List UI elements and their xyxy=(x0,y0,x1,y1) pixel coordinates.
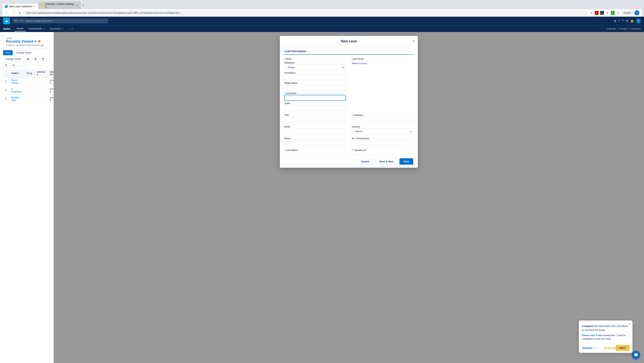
lead-owner-label: Lead Owner xyxy=(352,58,413,60)
tab-sf-close[interactable]: × xyxy=(34,5,36,8)
col-owner[interactable]: OWNER ALIAS ▾ xyxy=(47,70,54,78)
sf-sidebar: Leads Recently Viewed ▾ 📌 3 items • Upda… xyxy=(0,32,54,363)
row-status-2 xyxy=(35,86,47,95)
list-view-icon-btn[interactable]: ⊞ xyxy=(25,56,31,62)
bookmark-icon[interactable]: ★ xyxy=(590,11,593,15)
second-form-grid: Title Company Email xyxy=(284,114,413,151)
guide-popup-close-button[interactable]: × xyxy=(629,322,630,326)
list-view-dropdown-icon[interactable]: ▾ xyxy=(34,39,36,44)
refresh-icon-btn[interactable]: ↻ xyxy=(3,63,10,68)
title-label: Title xyxy=(284,114,346,116)
title-input[interactable] xyxy=(284,117,346,122)
paused-button[interactable]: Paused xyxy=(622,11,633,15)
new-tab-button[interactable]: + xyxy=(81,4,86,8)
company-input[interactable] xyxy=(352,117,413,122)
middle-name-input[interactable] xyxy=(284,85,346,90)
setup-icon[interactable]: ⚙ xyxy=(626,19,628,23)
add-icon[interactable]: + xyxy=(618,19,620,22)
owner-dropdown-2[interactable]: ▾ xyxy=(50,90,51,93)
search-input[interactable] xyxy=(26,20,106,22)
tab-lemon-close[interactable]: × xyxy=(76,4,78,7)
guide-popup: × Complete the information then click Ne… xyxy=(579,320,632,353)
pin-icon[interactable]: 📌 xyxy=(38,40,41,43)
lead-owner-section: Lead Owner Pierre Leroux xyxy=(352,58,413,111)
col-status[interactable]: STATUS ▾ xyxy=(35,70,47,78)
last-name-input[interactable] xyxy=(284,95,346,100)
user-avatar[interactable]: A xyxy=(634,10,640,15)
suffix-input[interactable] xyxy=(284,105,346,111)
row-name-3[interactable]: kkuterts ;kjhy xyxy=(9,95,24,103)
favorites-icon[interactable]: ★ xyxy=(614,19,616,23)
row-title-2 xyxy=(24,86,35,95)
filter-icon-btn[interactable]: ⚙ xyxy=(40,56,46,62)
row-name-1[interactable]: Pierre Leroux xyxy=(9,78,24,86)
chatbot-fab[interactable]: 💬 xyxy=(632,351,640,359)
guide-progress-bar xyxy=(582,348,592,348)
user-avatar-sf[interactable]: A xyxy=(636,18,641,24)
browser-tab-sf[interactable]: New Lead | Salesforce × xyxy=(2,4,38,9)
lead-link-2[interactable]: A Supprimer xyxy=(11,88,22,93)
forward-button[interactable]: → xyxy=(11,11,16,15)
url-bar[interactable]: https://eu14.lightning.force.com/lightni… xyxy=(24,10,588,15)
cancel-button[interactable]: Cancel xyxy=(357,158,373,165)
first-name-input[interactable] xyxy=(284,75,346,80)
nav-calendar[interactable]: Calendar ▾ xyxy=(606,28,618,30)
suffix-label: Suffix xyxy=(284,102,346,104)
modal-close-button[interactable]: × xyxy=(412,39,415,43)
email-input[interactable] xyxy=(284,128,346,134)
ext-4[interactable]: S xyxy=(611,11,615,15)
ext-2[interactable]: L xyxy=(600,11,604,15)
list-actions: New Change Status Change Owner ⊞ ☰ ⚙ ↻ ✏… xyxy=(3,49,50,70)
name-section-label: Name xyxy=(284,58,346,60)
tab-sf-label: New Lead | Salesforce xyxy=(9,5,32,8)
ext-1[interactable]: ● xyxy=(595,11,598,15)
change-owner-btn[interactable]: Change Owner xyxy=(3,56,24,62)
change-status-btn[interactable]: Change Status xyxy=(14,50,34,55)
accounts-arrow: ▾ xyxy=(62,28,63,30)
guide-footer: ℓemon NEXT xyxy=(579,343,632,353)
guide-next-button[interactable]: NEXT xyxy=(616,345,630,351)
browser-tab-lemon[interactable]: Overview - Lemon Learning A... × xyxy=(38,2,81,9)
industry-label: Industry xyxy=(352,126,413,128)
edit-icon-btn[interactable]: ✏ xyxy=(10,63,17,68)
notifications-icon[interactable]: 🔔 xyxy=(630,19,634,23)
sf-search-inner[interactable]: All ▾ 🔍 xyxy=(12,18,108,24)
guide-note-label: Please note: xyxy=(582,334,596,337)
row-name-2[interactable]: A Supprimer xyxy=(9,86,24,95)
row-status-1 xyxy=(35,78,47,86)
table-row: 3 kkuterts ;kjhy p.leroux ▾ xyxy=(3,95,54,103)
phone-input[interactable] xyxy=(284,140,346,146)
nav-forecasts[interactable]: Forecasts xyxy=(631,28,641,30)
back-button[interactable]: ← xyxy=(4,11,10,15)
salutation-label: Salutation xyxy=(284,62,346,64)
col-title[interactable]: TITLE xyxy=(24,70,35,78)
table-view-icon-btn[interactable]: ☰ xyxy=(32,56,39,62)
nav-people[interactable]: People ▾ xyxy=(620,28,630,30)
added-by-label: * Ajoutée par xyxy=(352,149,413,151)
ext-5[interactable]: 🔍 xyxy=(616,11,620,15)
owner-dropdown-3[interactable]: ▾ xyxy=(50,99,51,102)
help-icon[interactable]: ? xyxy=(622,19,624,22)
guide-next-word: Next xyxy=(622,325,628,328)
added-by-group: * Ajoutée par xyxy=(352,149,413,151)
save-button[interactable]: Save xyxy=(400,158,413,165)
salutation-select[interactable]: --None-- Mr. Ms. Mrs. Dr. Prof. xyxy=(284,64,346,70)
breadcrumb: Leads xyxy=(6,37,44,39)
new-btn[interactable]: New xyxy=(3,50,13,55)
lead-link-3[interactable]: kkuterts ;kjhy xyxy=(11,96,19,102)
nav-item-dashboards[interactable]: Dashboards ▾ xyxy=(26,26,47,31)
nav-item-home[interactable]: Home xyxy=(14,26,26,32)
reload-button[interactable]: ↻ xyxy=(18,11,22,15)
more-icon-btn[interactable]: … xyxy=(18,63,25,68)
employees-input[interactable] xyxy=(352,140,413,146)
industry-select[interactable]: --None-- Technology Finance Healthcare O… xyxy=(352,128,413,134)
ext-3[interactable]: ⚙ xyxy=(606,11,609,15)
lead-owner-group: Lead Owner Pierre Leroux xyxy=(352,58,413,66)
sf-favicon xyxy=(5,5,8,8)
save-new-button[interactable]: Save & New xyxy=(375,158,398,165)
col-name[interactable]: NAME ▾ xyxy=(9,70,24,78)
lead-link-1[interactable]: Pierre Leroux xyxy=(11,79,18,84)
nav-item-accounts[interactable]: Accounts ▾ xyxy=(48,26,65,31)
owner-dropdown-1[interactable]: ▾ xyxy=(50,82,51,84)
nav-item-more[interactable]: ... ▾ xyxy=(66,26,75,31)
